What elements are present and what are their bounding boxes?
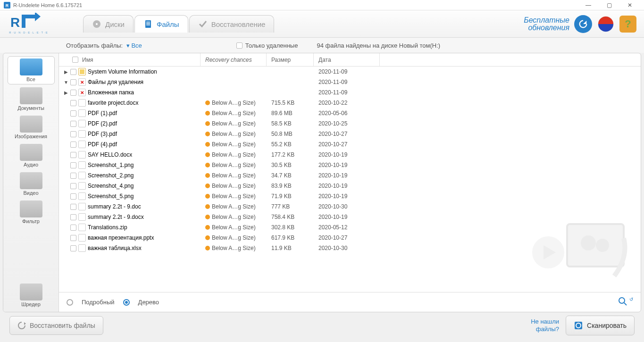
row-checkbox[interactable] bbox=[70, 235, 76, 241]
file-size: 177.2 KB bbox=[267, 151, 314, 158]
file-name: важная презентация.pptx bbox=[88, 234, 154, 241]
col-header-date[interactable]: Дата bbox=[314, 53, 380, 66]
app-icon: R bbox=[4, 2, 10, 8]
updates-button[interactable] bbox=[574, 15, 592, 33]
header: R R·U·N·D·E·L·E·T·E Диски Файлы Восстано… bbox=[0, 10, 644, 38]
row-checkbox[interactable] bbox=[70, 214, 76, 220]
table-row[interactable]: PDF (4).pdfBelow A…g Size)55.2 KB2020-10… bbox=[59, 139, 641, 150]
table-row[interactable]: ▼✕Файлы для удаления2020-11-09 bbox=[59, 77, 641, 87]
close-button[interactable]: ✕ bbox=[619, 0, 640, 10]
file-date: 2020-11-09 bbox=[314, 89, 380, 96]
help-button[interactable]: ? bbox=[619, 16, 636, 33]
recovery-chance: Below A…g Size) bbox=[212, 131, 256, 137]
row-checkbox[interactable] bbox=[70, 204, 76, 210]
sidebar-item-filter[interactable]: Фильтр bbox=[8, 199, 55, 226]
show-files-filter[interactable]: Отобразить файлы: ▾ Все bbox=[66, 42, 142, 49]
sidebar-item-images[interactable]: Изображения bbox=[8, 114, 55, 141]
table-row[interactable]: Screenshot_5.pngBelow A…g Size)71.9 KB20… bbox=[59, 191, 641, 201]
file-name: SAY HELLO.docx bbox=[88, 151, 132, 158]
file-size: 617.9 KB bbox=[267, 234, 314, 241]
not-found-link[interactable]: Не нашли файлы? bbox=[531, 318, 559, 333]
file-name: PDF (3).pdf bbox=[88, 131, 117, 137]
radio-tree[interactable] bbox=[123, 299, 130, 306]
row-checkbox[interactable] bbox=[70, 142, 76, 148]
expand-toggle[interactable]: ▶ bbox=[64, 69, 68, 75]
sidebar-item-all[interactable]: Все bbox=[8, 56, 55, 84]
disk-icon bbox=[92, 19, 101, 29]
select-all-checkbox[interactable] bbox=[72, 57, 78, 63]
deleted-only-checkbox[interactable]: Только удаленные bbox=[236, 42, 298, 49]
file-name: Translations.zip bbox=[88, 224, 127, 231]
updates-text[interactable]: Бесплатные обновления bbox=[524, 17, 569, 32]
language-button[interactable] bbox=[597, 15, 615, 33]
col-header-size[interactable]: Размер bbox=[267, 53, 314, 66]
row-checkbox[interactable] bbox=[70, 173, 76, 179]
recover-button[interactable]: Восстановить файлы bbox=[9, 316, 103, 335]
table-row[interactable]: Screenshot_4.pngBelow A…g Size)83.9 KB20… bbox=[59, 181, 641, 191]
recovery-chance: Below A…g Size) bbox=[212, 234, 256, 241]
row-checkbox[interactable] bbox=[70, 121, 76, 127]
tab-recovery[interactable]: Восстановление bbox=[189, 15, 275, 33]
table-row[interactable]: favorite project.docxBelow A…g Size)715.… bbox=[59, 98, 641, 108]
status-dot bbox=[205, 194, 210, 199]
table-row[interactable]: PDF (1).pdfBelow A…g Size)89.6 MB2020-05… bbox=[59, 108, 641, 118]
table-row[interactable]: summary 2.2t - 9.docxBelow A…g Size)758.… bbox=[59, 212, 641, 222]
col-header-name[interactable]: Имя bbox=[59, 53, 201, 66]
file-size: 30.5 KB bbox=[267, 162, 314, 168]
table-row[interactable]: summary 2.2t - 9.docBelow A…g Size)777 K… bbox=[59, 201, 641, 212]
table-row[interactable]: Screenshot_2.pngBelow A…g Size)34.7 KB20… bbox=[59, 170, 641, 181]
recovery-chance: Below A…g Size) bbox=[212, 162, 256, 168]
file-date: 2020-11-09 bbox=[314, 79, 380, 85]
expand-toggle[interactable]: ▼ bbox=[64, 80, 68, 85]
table-row[interactable]: Translations.zipBelow A…g Size)302.8 KB2… bbox=[59, 222, 641, 233]
sidebar-item-video[interactable]: Видео bbox=[8, 170, 55, 198]
table-row[interactable]: PDF (3).pdfBelow A…g Size)50.8 MB2020-10… bbox=[59, 129, 641, 139]
sidebar-item-audio[interactable]: Аудио bbox=[8, 142, 55, 169]
file-name: PDF (1).pdf bbox=[88, 110, 117, 117]
row-checkbox[interactable] bbox=[70, 225, 76, 231]
row-checkbox[interactable] bbox=[70, 79, 76, 85]
table-row[interactable]: Screenshot_1.pngBelow A…g Size)30.5 KB20… bbox=[59, 160, 641, 170]
status-dot bbox=[205, 121, 210, 126]
question-icon: ? bbox=[625, 18, 631, 30]
table-row[interactable]: SAY HELLO.docxBelow A…g Size)177.2 KB202… bbox=[59, 150, 641, 160]
status-dot bbox=[205, 246, 210, 250]
tab-files[interactable]: Файлы bbox=[134, 15, 188, 33]
minimize-button[interactable]: — bbox=[578, 0, 599, 10]
file-date: 2020-10-19 bbox=[314, 162, 380, 168]
file-date: 2020-10-30 bbox=[314, 245, 380, 251]
file-size: 34.7 KB bbox=[267, 172, 314, 179]
row-checkbox[interactable] bbox=[70, 100, 76, 106]
status-dot bbox=[205, 111, 210, 116]
tab-disks[interactable]: Диски bbox=[83, 15, 134, 33]
row-checkbox[interactable] bbox=[70, 131, 76, 137]
row-checkbox[interactable] bbox=[70, 152, 76, 158]
row-checkbox[interactable] bbox=[70, 245, 76, 251]
row-checkbox[interactable] bbox=[70, 90, 76, 96]
table-row[interactable]: важная презентация.pptxBelow A…g Size)61… bbox=[59, 233, 641, 243]
row-checkbox[interactable] bbox=[70, 110, 76, 117]
scan-button[interactable]: Сканировать bbox=[566, 316, 635, 335]
search-button[interactable]: ↺ bbox=[618, 297, 633, 308]
sidebar-item-documents[interactable]: Документы bbox=[8, 85, 55, 113]
status-dot bbox=[205, 225, 210, 230]
globe-icon bbox=[598, 16, 614, 32]
table-row[interactable]: PDF (2).pdfBelow A…g Size)58.5 KB2020-10… bbox=[59, 118, 641, 129]
sidebar-item-shredder[interactable]: Шредер bbox=[8, 282, 55, 309]
expand-toggle[interactable]: ▶ bbox=[64, 90, 68, 95]
table-row[interactable]: ▶System Volume Information2020-11-09 bbox=[59, 67, 641, 77]
col-header-chance[interactable]: Recovery chances bbox=[201, 53, 267, 66]
table-row[interactable]: ▶✕Вложенная папка2020-11-09 bbox=[59, 87, 641, 98]
svg-rect-9 bbox=[146, 25, 150, 25]
row-checkbox[interactable] bbox=[70, 193, 76, 200]
file-size: 58.5 KB bbox=[267, 120, 314, 127]
radio-detailed[interactable] bbox=[67, 299, 73, 306]
recovery-chance: Below A…g Size) bbox=[212, 151, 256, 158]
recovery-chance: Below A…g Size) bbox=[212, 245, 256, 251]
file-name: favorite project.docx bbox=[88, 100, 138, 106]
maximize-button[interactable]: ▢ bbox=[599, 0, 619, 10]
row-checkbox[interactable] bbox=[70, 183, 76, 189]
row-checkbox[interactable] bbox=[70, 162, 76, 168]
table-row[interactable]: важная таблица.xlsxBelow A…g Size)11.9 K… bbox=[59, 243, 641, 253]
row-checkbox[interactable] bbox=[70, 69, 76, 75]
